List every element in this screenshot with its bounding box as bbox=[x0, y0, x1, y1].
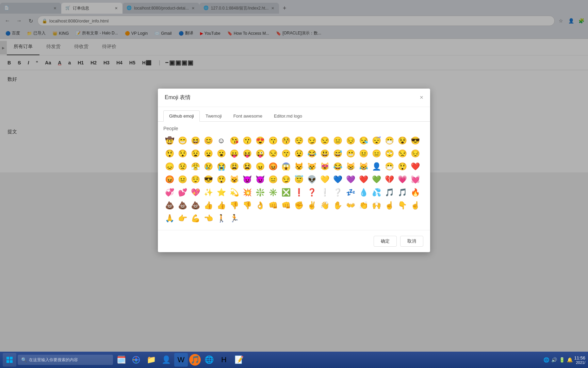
emoji-ok-hand[interactable]: 👌 bbox=[254, 199, 266, 212]
emoji-purple-heart[interactable]: 💜 bbox=[344, 173, 357, 186]
emoji-smirk2[interactable]: 😏 bbox=[280, 173, 292, 186]
taskbar-search[interactable]: 🔍 在这里输入你要搜索的内容 bbox=[18, 355, 113, 365]
emoji-point-up2[interactable]: ☝️ bbox=[409, 199, 421, 212]
emoji-v[interactable]: ✌️ bbox=[306, 199, 318, 212]
emoji-heart-eyes-cat[interactable]: 😻 bbox=[318, 160, 331, 173]
emoji-innocent[interactable]: 😇 bbox=[293, 173, 305, 186]
emoji-grey-exclamation[interactable]: ❕ bbox=[318, 186, 331, 199]
emoji-point-up[interactable]: ☝️ bbox=[383, 199, 395, 212]
emoji-stuck-tongue[interactable]: 😛 bbox=[228, 148, 240, 160]
emoji-smile-cat[interactable]: 😸 bbox=[344, 160, 357, 173]
emoji-poop[interactable]: 💩 bbox=[176, 199, 189, 212]
emoji-pouting-cat[interactable]: 😾 bbox=[293, 160, 305, 173]
emoji-grimacing[interactable]: 😬 bbox=[344, 148, 357, 160]
taskbar-word-icon[interactable]: W bbox=[174, 353, 188, 367]
emoji-expressionless2[interactable]: 😑 bbox=[370, 148, 382, 160]
taskbar-clock[interactable]: 11:56 2021/ bbox=[574, 355, 585, 365]
emoji-smiley-cat[interactable]: 😺 bbox=[228, 173, 240, 186]
emoji-droplet[interactable]: 💧 bbox=[357, 186, 370, 199]
emoji-raised-hands[interactable]: 🙌 bbox=[370, 199, 382, 212]
emoji-joy2[interactable]: 😂 bbox=[331, 160, 344, 173]
emoji-wave[interactable]: 👋 bbox=[318, 199, 331, 212]
emoji-poop2[interactable]: 💩 bbox=[189, 199, 201, 212]
tab-font-awesome[interactable]: Font awesome bbox=[228, 110, 268, 122]
emoji-notes[interactable]: 🎵 bbox=[383, 186, 395, 199]
taskbar-chrome-icon[interactable] bbox=[129, 353, 143, 367]
emoji-expressionless3[interactable]: 😑 bbox=[267, 173, 279, 186]
tab-editor-logo[interactable]: Editor.md logo bbox=[268, 110, 308, 122]
emoji-cowboy[interactable]: 🤠 bbox=[163, 135, 176, 147]
emoji-unamused[interactable]: 😒 bbox=[318, 135, 331, 147]
emoji-point-down[interactable]: 👇 bbox=[396, 199, 408, 212]
emoji-astonished[interactable]: 😲 bbox=[163, 148, 176, 160]
emoji-blue-heart[interactable]: 💙 bbox=[331, 173, 344, 186]
emoji-sweat-drops[interactable]: 💦 bbox=[370, 186, 382, 199]
emoji-dizzy[interactable]: 😵 bbox=[396, 135, 408, 147]
emoji-worried2[interactable]: 😟 bbox=[176, 160, 189, 173]
emoji-negative-squared-cross[interactable]: ❎ bbox=[280, 186, 292, 199]
emoji-mask2[interactable]: 😷 bbox=[383, 160, 395, 173]
taskbar-note-icon[interactable]: 📝 bbox=[232, 353, 246, 367]
emoji-astonished2[interactable]: 😲 bbox=[396, 160, 408, 173]
emoji-heartbeat[interactable]: 💓 bbox=[409, 173, 421, 186]
modal-overlay[interactable]: Emoji 表情 × Github emoji Twemoji Font awe… bbox=[0, 0, 588, 368]
emoji-broken-heart[interactable]: 💔 bbox=[383, 173, 395, 186]
emoji-expressionless[interactable]: 😑 bbox=[331, 135, 344, 147]
emoji-hand[interactable]: ✋ bbox=[331, 199, 344, 212]
emoji-pensive[interactable]: 😔 bbox=[344, 135, 357, 147]
emoji-joy[interactable]: 😂 bbox=[306, 148, 318, 160]
emoji-laughing[interactable]: 😆 bbox=[189, 135, 201, 147]
emoji-frowning[interactable]: 😦 bbox=[202, 148, 214, 160]
emoji-sunglasses2[interactable]: 😎 bbox=[202, 173, 214, 186]
emoji-sleepy[interactable]: 😪 bbox=[357, 135, 370, 147]
emoji-raised-fist[interactable]: ✊ bbox=[293, 199, 305, 212]
emoji-punch[interactable]: 👊 bbox=[267, 199, 279, 212]
emoji-kiss[interactable]: 😘 bbox=[228, 135, 240, 147]
emoji-crying-cat[interactable]: 😿 bbox=[306, 160, 318, 173]
tab-github-emoji[interactable]: Github emoji bbox=[163, 110, 200, 122]
emoji-angry2[interactable]: 😡 bbox=[163, 173, 176, 186]
taskbar-green-icon[interactable]: 🌐 bbox=[202, 353, 216, 367]
emoji-thumbsup2[interactable]: 👍 bbox=[215, 199, 227, 212]
emoji-cry[interactable]: 😢 bbox=[202, 160, 214, 173]
emoji-two-hearts[interactable]: 💕 bbox=[176, 186, 189, 199]
emoji-running[interactable]: 🏃 bbox=[228, 212, 240, 223]
emoji-grey-question[interactable]: ❔ bbox=[331, 186, 344, 199]
emoji-thumbsdown[interactable]: 👎 bbox=[228, 199, 240, 212]
emoji-green-heart[interactable]: 💚 bbox=[370, 173, 382, 186]
emoji-clap[interactable]: 👏 bbox=[357, 199, 370, 212]
taskbar-sound-icon[interactable]: 🔊 bbox=[551, 357, 557, 363]
emoji-anguished[interactable]: 😧 bbox=[189, 148, 201, 160]
emoji-thumbsdown2[interactable]: 👎 bbox=[241, 199, 253, 212]
emoji-sweat-smile[interactable]: 😅 bbox=[331, 148, 344, 160]
emoji-kissing2[interactable]: 😙 bbox=[280, 148, 292, 160]
emoji-pray[interactable]: 🙏 bbox=[163, 212, 176, 223]
emoji-hankey[interactable]: 💩 bbox=[163, 199, 176, 212]
emoji-weary[interactable]: 😩 bbox=[228, 160, 240, 173]
modal-close-button[interactable]: × bbox=[420, 94, 423, 101]
emoji-zzz[interactable]: 💤 bbox=[344, 186, 357, 199]
taskbar-notification-icon[interactable]: 🔔 bbox=[567, 357, 573, 363]
emoji-muscle[interactable]: 💪 bbox=[189, 212, 201, 223]
emoji-revolving-hearts[interactable]: 💞 bbox=[163, 186, 176, 199]
emoji-imp[interactable]: 👿 bbox=[241, 173, 253, 186]
emoji-sunglasses[interactable]: 😎 bbox=[409, 135, 421, 147]
taskbar-brown-icon[interactable]: H bbox=[217, 353, 231, 367]
emoji-star[interactable]: ⭐ bbox=[215, 186, 227, 199]
emoji-stuck-tongue-winking[interactable]: 😝 bbox=[241, 148, 253, 160]
emoji-exclamation[interactable]: ❗ bbox=[293, 186, 305, 199]
emoji-sparkles[interactable]: ✨ bbox=[202, 186, 214, 199]
emoji-grin[interactable]: 😁 bbox=[176, 135, 189, 147]
emoji-yellow-heart[interactable]: 💛 bbox=[318, 173, 331, 186]
emoji-kissing-smiling[interactable]: 😙 bbox=[267, 135, 279, 147]
emoji-relieved2[interactable]: 😌 bbox=[189, 173, 201, 186]
emoji-smiling-imp[interactable]: 😈 bbox=[254, 173, 266, 186]
emoji-stuck-tongue-closed[interactable]: 😜 bbox=[254, 148, 266, 160]
emoji-dizzy2[interactable]: 💫 bbox=[228, 186, 240, 199]
emoji-sad[interactable]: 😞 bbox=[163, 160, 176, 173]
emoji-relieved[interactable]: 😌 bbox=[293, 135, 305, 147]
emoji-heart-eyes[interactable]: 😍 bbox=[254, 135, 266, 147]
emoji-neutral[interactable]: 😐 bbox=[357, 148, 370, 160]
emoji-angry-steam[interactable]: 😤 bbox=[189, 160, 201, 173]
emoji-heartpulse[interactable]: 💗 bbox=[396, 173, 408, 186]
